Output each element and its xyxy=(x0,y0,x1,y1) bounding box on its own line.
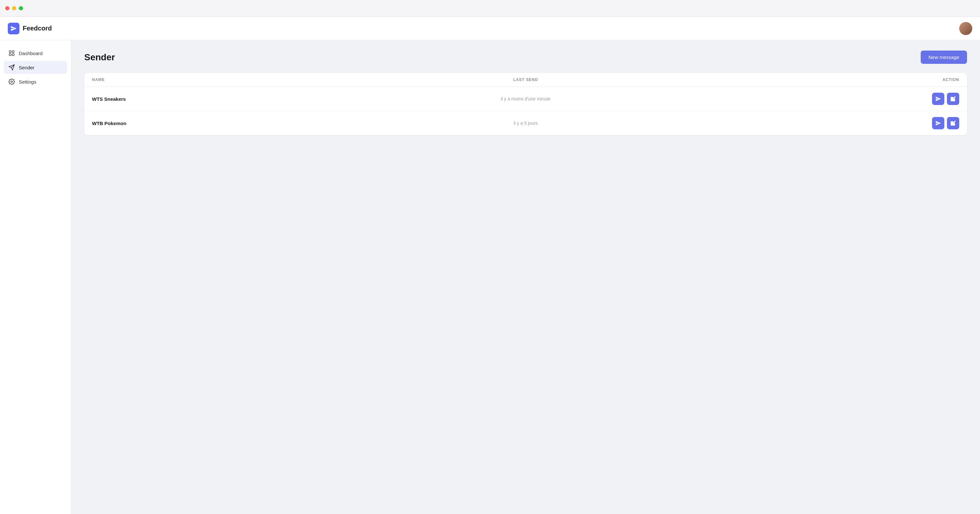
header: Feedcord xyxy=(0,17,980,40)
page-header: Sender New message xyxy=(84,51,967,64)
row-last-send-2: il y a 5 jours xyxy=(381,121,670,126)
sender-nav-icon xyxy=(8,64,15,71)
sidebar-item-sender[interactable]: Sender xyxy=(4,61,67,74)
dashboard-icon xyxy=(8,50,15,56)
sidebar-label-sender: Sender xyxy=(19,65,34,70)
logo-area: Feedcord xyxy=(8,23,52,34)
edit-button-1[interactable] xyxy=(947,93,959,105)
page-title: Sender xyxy=(84,52,115,62)
edit-icon-2 xyxy=(950,120,956,126)
sidebar: Dashboard Sender Settings xyxy=(0,40,71,514)
row-name-2: WTB Pokemon xyxy=(92,121,381,126)
sidebar-label-dashboard: Dashboard xyxy=(19,51,43,56)
new-message-button[interactable]: New message xyxy=(921,51,967,64)
edit-button-2[interactable] xyxy=(947,117,959,129)
svg-rect-3 xyxy=(12,54,14,56)
row-name-1: WTS Sneakers xyxy=(92,96,381,102)
app-name: Feedcord xyxy=(23,25,52,32)
send-logo-icon xyxy=(10,25,17,32)
row-actions-2 xyxy=(670,117,959,129)
maximize-button[interactable] xyxy=(19,6,23,10)
svg-rect-1 xyxy=(12,51,14,53)
sender-table: NAME LAST SEND ACTION WTS Sneakers il y … xyxy=(84,73,967,135)
svg-point-6 xyxy=(11,81,13,83)
send-button-1[interactable] xyxy=(932,93,944,105)
logo-icon xyxy=(8,23,19,34)
sidebar-label-settings: Settings xyxy=(19,79,36,84)
svg-rect-2 xyxy=(10,54,11,56)
row-actions-1 xyxy=(670,93,959,105)
close-button[interactable] xyxy=(5,6,10,10)
minimize-button[interactable] xyxy=(12,6,16,10)
table-row: WTB Pokemon il y a 5 jours xyxy=(84,111,967,135)
avatar-image xyxy=(959,22,972,35)
app-body: Dashboard Sender Settings Sender New mes… xyxy=(0,40,980,514)
col-header-last-send: LAST SEND xyxy=(381,78,670,82)
col-header-action: ACTION xyxy=(670,78,959,82)
main-content: Sender New message NAME LAST SEND ACTION… xyxy=(71,40,980,514)
avatar[interactable] xyxy=(959,22,972,35)
settings-icon xyxy=(8,78,15,85)
col-header-name: NAME xyxy=(92,78,381,82)
traffic-lights xyxy=(5,6,23,10)
table-row: WTS Sneakers il y a moins d'une minute xyxy=(84,87,967,111)
table-header: NAME LAST SEND ACTION xyxy=(84,73,967,87)
row-last-send-1: il y a moins d'une minute xyxy=(381,96,670,102)
sidebar-item-dashboard[interactable]: Dashboard xyxy=(4,47,67,60)
send-icon-2 xyxy=(935,120,941,126)
send-button-2[interactable] xyxy=(932,117,944,129)
sidebar-item-settings[interactable]: Settings xyxy=(4,75,67,88)
send-icon-1 xyxy=(935,96,941,102)
edit-icon-1 xyxy=(950,96,956,102)
titlebar xyxy=(0,0,980,17)
svg-rect-0 xyxy=(10,51,11,53)
